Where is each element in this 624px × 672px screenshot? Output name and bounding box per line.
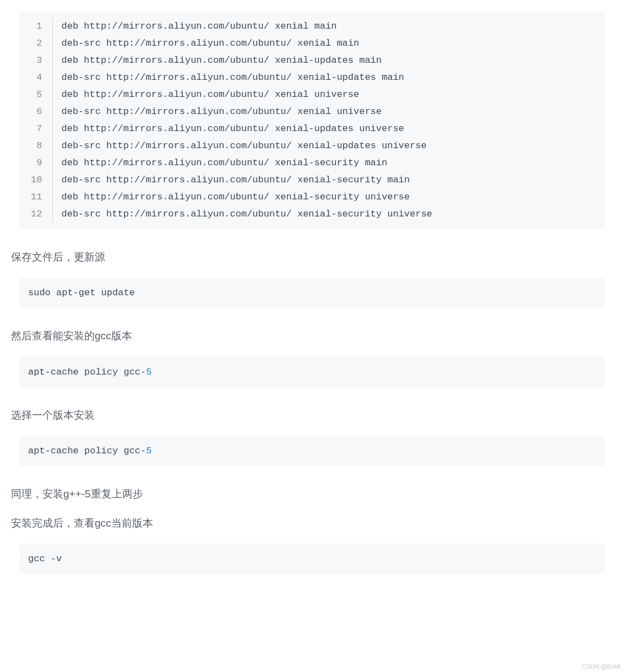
line-number: 3 xyxy=(19,52,52,69)
line-number: 6 xyxy=(19,103,52,120)
code-line: 1deb http://mirrors.aliyun.com/ubuntu/ x… xyxy=(19,18,605,35)
line-number: 7 xyxy=(19,120,52,137)
cmd-text: apt-cache policy gcc- xyxy=(28,446,146,456)
code-content: deb-src http://mirrors.aliyun.com/ubuntu… xyxy=(52,137,605,154)
cmd-number: 5 xyxy=(146,367,151,377)
cmd-number: 5 xyxy=(146,446,151,456)
code-line: 11deb http://mirrors.aliyun.com/ubuntu/ … xyxy=(19,188,605,205)
code-content: deb http://mirrors.aliyun.com/ubuntu/ xe… xyxy=(52,52,605,69)
code-line: 5deb http://mirrors.aliyun.com/ubuntu/ x… xyxy=(19,86,605,103)
paragraph-check-gcc-versions: 然后查看能安装的gcc版本 xyxy=(11,328,613,344)
cmd-apt-cache-policy-gcc-1: apt-cache policy gcc-5 xyxy=(19,357,605,387)
paragraph-save-update: 保存文件后，更新源 xyxy=(11,249,613,265)
line-number: 2 xyxy=(19,35,52,52)
paragraph-choose-version: 选择一个版本安装 xyxy=(11,407,613,424)
code-line: 12deb-src http://mirrors.aliyun.com/ubun… xyxy=(19,205,605,223)
line-number: 12 xyxy=(19,205,52,223)
code-line: 3deb http://mirrors.aliyun.com/ubuntu/ x… xyxy=(19,52,605,69)
line-number: 4 xyxy=(19,69,52,86)
line-number: 10 xyxy=(19,171,52,188)
code-content: deb http://mirrors.aliyun.com/ubuntu/ xe… xyxy=(52,188,605,205)
sources-list-code-block: 1deb http://mirrors.aliyun.com/ubuntu/ x… xyxy=(19,11,605,229)
code-line: 8deb-src http://mirrors.aliyun.com/ubunt… xyxy=(19,137,605,154)
code-content: deb-src http://mirrors.aliyun.com/ubuntu… xyxy=(52,69,605,86)
line-number: 11 xyxy=(19,188,52,205)
cmd-text: apt-cache policy gcc- xyxy=(28,367,146,377)
code-line: 4deb-src http://mirrors.aliyun.com/ubunt… xyxy=(19,69,605,86)
paragraph-install-gpp: 同理，安装g++-5重复上两步 xyxy=(11,486,613,502)
code-line: 6deb-src http://mirrors.aliyun.com/ubunt… xyxy=(19,103,605,120)
code-content: deb-src http://mirrors.aliyun.com/ubuntu… xyxy=(52,35,605,52)
line-number: 9 xyxy=(19,154,52,171)
code-line: 9deb http://mirrors.aliyun.com/ubuntu/ x… xyxy=(19,154,605,171)
cmd-gcc-v: gcc -v xyxy=(19,544,605,574)
code-content: deb http://mirrors.aliyun.com/ubuntu/ xe… xyxy=(52,154,605,171)
cmd-apt-update: sudo apt-get update xyxy=(19,278,605,308)
line-number: 8 xyxy=(19,137,52,154)
code-content: deb http://mirrors.aliyun.com/ubuntu/ xe… xyxy=(52,86,605,103)
code-content: deb-src http://mirrors.aliyun.com/ubuntu… xyxy=(52,171,605,188)
cmd-apt-cache-policy-gcc-2: apt-cache policy gcc-5 xyxy=(19,436,605,466)
code-content: deb http://mirrors.aliyun.com/ubuntu/ xe… xyxy=(52,120,605,137)
code-table: 1deb http://mirrors.aliyun.com/ubuntu/ x… xyxy=(19,18,605,223)
line-number: 5 xyxy=(19,86,52,103)
code-line: 7deb http://mirrors.aliyun.com/ubuntu/ x… xyxy=(19,120,605,137)
code-content: deb-src http://mirrors.aliyun.com/ubuntu… xyxy=(52,103,605,120)
line-number: 1 xyxy=(19,18,52,35)
code-content: deb http://mirrors.aliyun.com/ubuntu/ xe… xyxy=(52,18,605,35)
code-line: 2deb-src http://mirrors.aliyun.com/ubunt… xyxy=(19,35,605,52)
code-content: deb-src http://mirrors.aliyun.com/ubuntu… xyxy=(52,205,605,223)
paragraph-check-gcc-current: 安装完成后，查看gcc当前版本 xyxy=(11,515,613,532)
code-line: 10deb-src http://mirrors.aliyun.com/ubun… xyxy=(19,171,605,188)
